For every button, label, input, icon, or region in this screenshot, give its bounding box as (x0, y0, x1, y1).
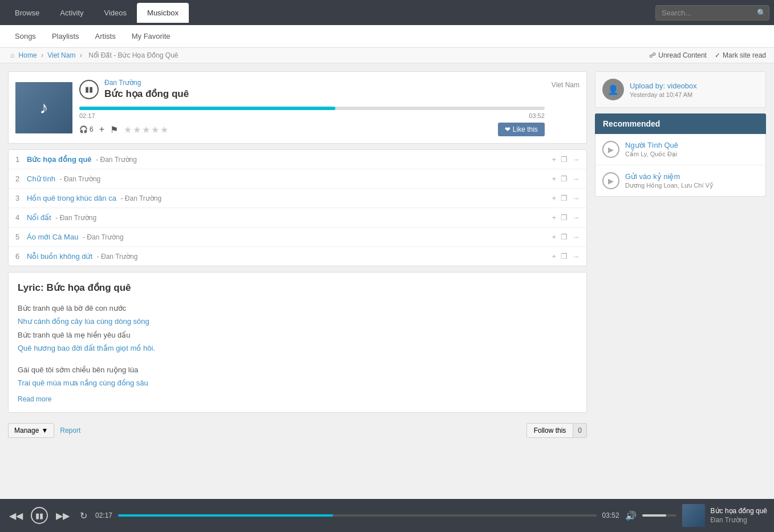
recommended-item[interactable]: ▶ Người Tình Quê Cẩm Ly, Quốc Đại (595, 134, 765, 165)
add-song-icon[interactable]: + (552, 213, 556, 222)
nav-tab-videos[interactable]: Videos (94, 3, 137, 23)
song-artist: - Đan Trường (55, 214, 96, 222)
arrow-song-icon[interactable]: → (572, 155, 580, 164)
share-song-icon[interactable]: ❐ (561, 252, 568, 261)
share-song-icon[interactable]: ❐ (561, 213, 568, 222)
playlist-row[interactable]: 1 Bức họa đồng quê - Đan Trường + ❐ → (9, 150, 586, 169)
search-box: 🔍 (655, 5, 769, 21)
pause-button[interactable]: ▮▮ (79, 80, 99, 99)
lyric-title: Lyric: Bức họa đồng quê (18, 282, 577, 294)
main-container: ♪ ▮▮ Đan Trường Bức họa đồng quê 02: (0, 63, 774, 494)
song-title-link[interactable]: Bức họa đồng quê (27, 155, 92, 164)
arrow-song-icon[interactable]: → (572, 233, 580, 241)
row-actions: + ❐ → (552, 233, 580, 241)
share-song-icon[interactable]: ❐ (561, 233, 568, 241)
report-link[interactable]: Report (60, 427, 80, 434)
song-num: 3 (15, 194, 27, 202)
rec-play-button[interactable]: ▶ (602, 172, 619, 189)
playlist-row[interactable]: 2 Chữ tình - Đan Trường + ❐ → (9, 169, 586, 189)
star-3[interactable]: ★ (142, 124, 150, 135)
row-actions: + ❐ → (552, 174, 580, 183)
manage-button[interactable]: Manage ▼ (8, 423, 54, 438)
star-1[interactable]: ★ (124, 124, 132, 135)
nav-tab-musicbox[interactable]: Musicbox (137, 3, 189, 23)
star-2[interactable]: ★ (133, 124, 141, 135)
mark-site-read-action[interactable]: ✓ Mark site read (715, 51, 766, 59)
arrow-song-icon[interactable]: → (572, 252, 580, 261)
lyric-content: Bức tranh quê là bờ đê con nướcNhư cánh … (18, 302, 577, 389)
time-elapsed: 02:17 (79, 112, 95, 119)
player-top: ♪ ▮▮ Đan Trường Bức họa đồng quê 02: (9, 72, 586, 143)
song-title-link[interactable]: Nổi đất (27, 213, 51, 222)
uploader-time: Yesterday at 10:47 AM (630, 91, 697, 98)
song-num: 1 (15, 155, 27, 164)
progress-bar-container[interactable] (79, 107, 545, 110)
read-more-link[interactable]: Read more (18, 395, 51, 403)
follow-button[interactable]: Follow this (526, 423, 574, 438)
add-song-icon[interactable]: + (552, 174, 556, 183)
playlist-row[interactable]: 5 Áo mới Cà Mau - Đan Trường + ❐ → (9, 228, 586, 247)
song-num: 2 (15, 174, 27, 183)
song-title-link[interactable]: Áo mới Cà Mau (27, 233, 78, 241)
share-song-icon[interactable]: ❐ (561, 174, 568, 183)
progress-bar-fill (79, 107, 335, 110)
song-title-link[interactable]: Hồn quê trong khúc dân ca (27, 194, 116, 202)
nav-tab-activity[interactable]: Activity (50, 3, 94, 23)
arrow-song-icon[interactable]: → (572, 194, 580, 202)
player-card: ♪ ▮▮ Đan Trường Bức họa đồng quê 02: (8, 71, 587, 144)
nav-tab-browse[interactable]: Browse (5, 3, 50, 23)
headphone-icon: 🎧 (79, 125, 88, 133)
player-country: Viet Nam (552, 79, 580, 89)
lyric-line: Quê hương bao đời đất thắm giọt mồ hôi. (18, 342, 577, 355)
unread-content-action[interactable]: ☍ Unread Content (649, 51, 707, 59)
share-button[interactable]: ⚑ (110, 124, 118, 135)
arrow-song-icon[interactable]: → (572, 174, 580, 183)
row-actions: + ❐ → (552, 252, 580, 261)
add-song-icon[interactable]: + (552, 233, 556, 241)
player-center: ▮▮ Đan Trường Bức họa đồng quê 02:17 03:… (79, 79, 545, 136)
add-song-icon[interactable]: + (552, 155, 556, 164)
song-title-link[interactable]: Nỗi buồn không dứt (27, 252, 92, 261)
sub-tab-playlists[interactable]: Playlists (44, 26, 87, 46)
time-row: 02:17 03:52 (79, 112, 545, 119)
breadcrumb: Home › Viet Nam › Nổi Đất - Bức Họa Đồng… (8, 51, 181, 59)
song-artist: - Đan Trường (97, 253, 138, 261)
lyric-line: Bức tranh quê là bờ đê con nước (18, 302, 577, 315)
unread-icon: ☍ (649, 51, 656, 59)
content-area: ♪ ▮▮ Đan Trường Bức họa đồng quê 02: (8, 71, 587, 486)
song-title-link[interactable]: Chữ tình (27, 174, 55, 183)
rec-play-button[interactable]: ▶ (602, 141, 619, 158)
breadcrumb-current: Nổi Đất - Bức Họa Đồng Quê (88, 51, 178, 59)
headphone-count: 🎧 6 (79, 125, 94, 133)
star-rating[interactable]: ★ ★ ★ ★ ★ (124, 124, 168, 135)
breadcrumb-home[interactable]: Home (19, 51, 37, 59)
album-art: ♪ (15, 82, 72, 133)
player-title: Bức họa đồng quê (104, 88, 189, 100)
search-icon[interactable]: 🔍 (757, 9, 766, 17)
lyric-section: Lyric: Bức họa đồng quê Bức tranh quê là… (8, 272, 587, 413)
sub-tab-songs[interactable]: Songs (7, 26, 44, 46)
song-artist: - Đan Trường (96, 156, 137, 164)
home-icon (10, 51, 14, 59)
playlist-row[interactable]: 4 Nổi đất - Đan Trường + ❐ → (9, 208, 586, 228)
arrow-song-icon[interactable]: → (572, 213, 580, 222)
uploader-name[interactable]: Upload by: videobox (630, 82, 697, 90)
add-song-icon[interactable]: + (552, 194, 556, 202)
dropdown-icon: ▼ (41, 427, 48, 434)
recommended-item[interactable]: ▶ Gửi vào kỷ niệm Dương Hồng Loan, Lưu C… (595, 165, 765, 196)
playlist-row[interactable]: 3 Hồn quê trong khúc dân ca - Đan Trường… (9, 189, 586, 208)
sub-tab-myfavorite[interactable]: My Favorite (124, 26, 179, 46)
share-song-icon[interactable]: ❐ (561, 155, 568, 164)
rec-artist: Cẩm Ly, Quốc Đại (625, 151, 678, 158)
share-song-icon[interactable]: ❐ (561, 194, 568, 202)
breadcrumb-vietnam[interactable]: Viet Nam (47, 51, 75, 59)
star-4[interactable]: ★ (151, 124, 159, 135)
follow-count: 0 (573, 423, 587, 438)
search-input[interactable] (655, 5, 769, 21)
add-button[interactable]: + (99, 124, 104, 135)
playlist-row[interactable]: 6 Nỗi buồn không dứt - Đan Trường + ❐ → (9, 247, 586, 266)
like-button[interactable]: ❤ Like this (498, 123, 545, 136)
star-5[interactable]: ★ (160, 124, 168, 135)
sub-tab-artists[interactable]: Artists (87, 26, 124, 46)
add-song-icon[interactable]: + (552, 252, 556, 261)
